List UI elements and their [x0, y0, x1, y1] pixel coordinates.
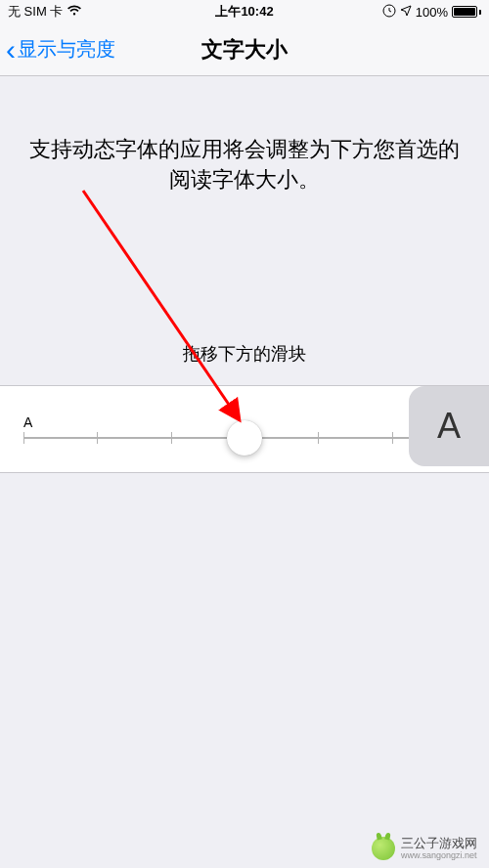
battery-icon [452, 6, 481, 18]
slider-label-small: A [23, 414, 32, 430]
wifi-icon [67, 5, 82, 20]
carrier-text: 无 SIM 卡 [8, 3, 63, 21]
battery-percent: 100% [416, 5, 448, 20]
watermark-url: www.sangongzi.net [401, 850, 477, 860]
slider-thumb[interactable] [227, 420, 262, 456]
chevron-left-icon: ‹ [6, 35, 16, 65]
instruction-text: 拖移下方的滑块 [0, 342, 489, 366]
page-title: 文字大小 [201, 35, 288, 65]
location-icon [400, 5, 412, 20]
nav-bar: ‹ 显示与亮度 文字大小 [0, 23, 489, 76]
status-time: 上午10:42 [215, 3, 273, 21]
preview-bubble-text: A [437, 406, 461, 447]
back-button[interactable]: ‹ 显示与亮度 [0, 35, 115, 65]
lock-rotation-icon [382, 4, 396, 21]
watermark-brand: 三公子游戏网 [401, 837, 477, 850]
watermark: 三公子游戏网 www.sangongzi.net [372, 837, 477, 860]
status-bar: 无 SIM 卡 上午10:42 100% [0, 0, 489, 23]
description-text: 支持动态字体的应用将会调整为下方您首选的阅读字体大小。 [0, 135, 489, 195]
watermark-logo-icon [372, 837, 395, 860]
text-size-slider[interactable] [23, 437, 466, 439]
back-label: 显示与亮度 [18, 36, 115, 63]
preview-bubble: A [409, 386, 489, 466]
